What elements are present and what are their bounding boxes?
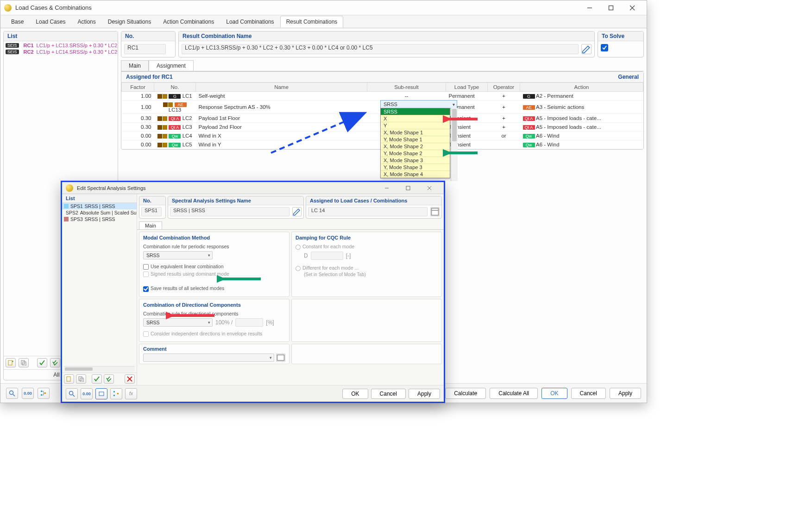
scrollbar-thumb[interactable] xyxy=(452,109,457,141)
cell-name: Payload 1st Floor xyxy=(196,114,367,123)
svg-rect-4 xyxy=(8,360,12,365)
d2-search-button[interactable] xyxy=(66,388,78,399)
svg-rect-12 xyxy=(41,394,42,396)
use-equiv-checkbox[interactable]: Use equivalent linear combination xyxy=(143,264,224,269)
dropdown-option[interactable]: X, Mode Shape 1 xyxy=(381,129,450,136)
close-button[interactable] xyxy=(622,1,643,15)
d2-cancel-button[interactable]: Cancel xyxy=(371,389,406,399)
new-item-button[interactable] xyxy=(6,358,16,367)
damping-title: Damping for CQC Rule xyxy=(296,235,438,240)
d2-subtab-main[interactable]: Main xyxy=(139,221,162,229)
tab-base[interactable]: Base xyxy=(5,16,30,28)
seis-tag: SEIS xyxy=(6,50,19,54)
tab-actions[interactable]: Actions xyxy=(71,16,101,28)
subtab-assignment[interactable]: Assignment xyxy=(149,60,194,71)
table-row[interactable]: 1.00 G LC1 Self-weight -- Permanent + G … xyxy=(122,92,643,101)
dialog-maximize-button[interactable] xyxy=(397,181,419,195)
tab-action-combinations[interactable]: Action Combinations xyxy=(157,16,220,28)
dropdown-option[interactable]: X, Mode Shape 2 xyxy=(381,143,450,150)
d2-ok-button[interactable]: OK xyxy=(342,389,368,399)
comment-browse-button[interactable] xyxy=(276,354,285,362)
tab-load-combinations[interactable]: Load Combinations xyxy=(220,16,280,28)
subresult-select[interactable]: SRSS ▾ xyxy=(380,100,457,108)
decimal-button[interactable]: 0.00 xyxy=(22,388,34,399)
no-input[interactable]: RC1 xyxy=(124,44,166,54)
d2-no-input[interactable]: SPS1 xyxy=(141,207,162,216)
modal-rule-select[interactable]: SRSS▾ xyxy=(143,251,213,259)
spectral-dialog: Edit Spectral Analysis Settings List SPS… xyxy=(61,181,445,403)
d2-rect-button[interactable] xyxy=(95,388,107,399)
dropdown-option[interactable]: Y xyxy=(381,122,450,129)
edit-name-button[interactable] xyxy=(581,44,592,54)
d2-tree-button[interactable] xyxy=(110,388,122,399)
dropdown-option[interactable]: SRSS xyxy=(381,108,450,115)
tab-load-cases[interactable]: Load Cases xyxy=(30,16,71,28)
list-row[interactable]: SEIS RC1 LC1/p + LC13.SRSS/p + 0.30 * LC… xyxy=(4,42,118,49)
subresult-value: SRSS xyxy=(384,101,397,107)
cell-subresult[interactable]: -- xyxy=(367,92,446,101)
tree-button[interactable] xyxy=(38,388,50,399)
d2-copy-button[interactable] xyxy=(76,374,86,384)
dialog-close-button[interactable] xyxy=(419,181,440,195)
dropdown-option[interactable]: X, Mode Shape 3 xyxy=(381,157,450,164)
col-subresult: Sub-result xyxy=(367,83,446,92)
svg-rect-34 xyxy=(117,393,119,394)
cell-operator: + xyxy=(488,114,520,123)
save-results-checkbox[interactable]: Save results of all selected modes xyxy=(143,285,224,291)
dialog-list[interactable]: SPS1SRSS | SRSSSPS2Absolute Sum | Scaled… xyxy=(62,203,137,365)
dropdown-scrollbar[interactable] xyxy=(451,108,458,181)
list-row[interactable]: SEIS RC2 LC1/p + LC14.SRSS/p + 0.30 * LC… xyxy=(4,49,118,55)
svg-rect-32 xyxy=(113,391,115,392)
comment-input[interactable]: ▾ xyxy=(143,354,274,362)
d2-decimal-button[interactable]: 0.00 xyxy=(81,388,93,399)
tab-design-situations[interactable]: Design Situations xyxy=(102,16,157,28)
dialog-list-row[interactable]: SPS1SRSS | SRSS xyxy=(62,203,137,209)
calculate-all-button[interactable]: Calculate All xyxy=(490,388,538,399)
subtab-main[interactable]: Main xyxy=(121,60,149,71)
calculate-button[interactable]: Calculate xyxy=(445,388,486,399)
dropdown-option[interactable]: Y, Mode Shape 1 xyxy=(381,136,450,143)
d2-edit-name-button[interactable] xyxy=(292,207,302,216)
direction-rule-select[interactable]: SRSS▾ xyxy=(143,318,213,327)
check-button[interactable] xyxy=(37,358,47,367)
d2-check-button[interactable] xyxy=(92,374,102,384)
col-action: Action xyxy=(520,83,643,92)
assignment-header-left: Assigned for RC1 xyxy=(126,74,173,80)
rc-list-header: List xyxy=(4,32,118,41)
dialog-hscroll[interactable] xyxy=(64,366,135,372)
maximize-button[interactable] xyxy=(600,1,622,15)
ok-button[interactable]: OK xyxy=(541,388,567,399)
check-all-button[interactable] xyxy=(50,358,60,367)
dropdown-option[interactable]: Y, Mode Shape 2 xyxy=(381,150,450,157)
search-button[interactable] xyxy=(6,388,18,399)
hscroll-thumb[interactable] xyxy=(65,367,93,371)
d2-browse-button[interactable] xyxy=(430,207,440,216)
apply-button[interactable]: Apply xyxy=(610,388,641,399)
copy-item-button[interactable] xyxy=(19,358,29,367)
d2-apply-button[interactable]: Apply xyxy=(409,389,440,399)
dialog-minimize-button[interactable] xyxy=(376,181,397,195)
dropdown-option[interactable]: X xyxy=(381,115,450,122)
dialog-list-row[interactable]: SPS2Absolute Sum | Scaled Sum 30.0 xyxy=(62,209,137,216)
name-input[interactable]: LC1/p + LC13.SRSS/p + 0.30 * LC2 + 0.30 … xyxy=(182,44,579,54)
d2-new-button[interactable] xyxy=(64,374,74,384)
tosolve-checkbox[interactable] xyxy=(601,44,608,51)
dialog-list-row[interactable]: SPS3SRSS | SRSS xyxy=(62,216,137,222)
d2-delete-button[interactable] xyxy=(125,374,135,384)
damping-panel: Damping for CQC Rule Constant for each m… xyxy=(291,232,442,297)
d2-name-input[interactable]: SRSS | SRSS xyxy=(170,207,290,216)
minimize-button[interactable] xyxy=(579,1,600,15)
tab-result-combinations[interactable]: Result Combinations xyxy=(280,16,344,28)
rc-desc: LC1/p + LC14.SRSS/p + 0.30 * LC2 xyxy=(37,49,118,55)
d2-assigned-input[interactable]: LC 14 xyxy=(308,207,428,216)
dialog-titlebar: Edit Spectral Analysis Settings xyxy=(62,182,444,194)
d2-checkall-button[interactable] xyxy=(104,374,114,384)
cell-name: Self-weight xyxy=(196,92,367,101)
pct-input xyxy=(235,318,263,327)
d2-fx-button[interactable]: fx xyxy=(125,388,137,399)
dropdown-option[interactable]: X, Mode Shape 4 xyxy=(381,171,450,178)
assignment-header-right: General xyxy=(618,74,639,80)
subresult-dropdown-list[interactable]: SRSSXYX, Mode Shape 1Y, Mode Shape 1X, M… xyxy=(380,108,450,178)
cancel-button[interactable]: Cancel xyxy=(571,388,606,399)
dropdown-option[interactable]: Y, Mode Shape 3 xyxy=(381,164,450,171)
